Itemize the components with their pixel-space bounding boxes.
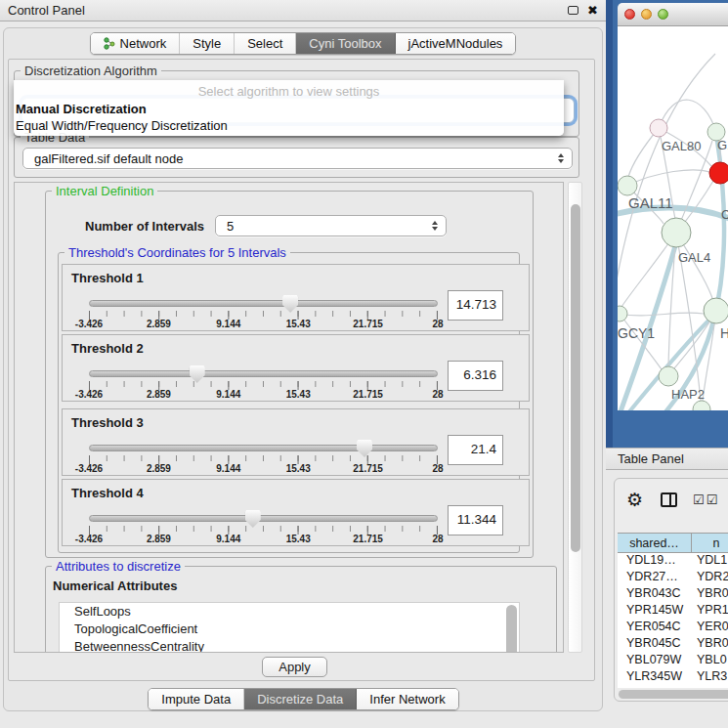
threshold-3-value-field[interactable]: 21.4 bbox=[448, 435, 503, 465]
close-icon[interactable]: ✖ bbox=[587, 4, 598, 17]
tab-jactivemnodules[interactable]: jActiveMNodules bbox=[396, 33, 516, 54]
node-label-gal4: GAL4 bbox=[678, 250, 710, 265]
node-pink bbox=[650, 119, 667, 137]
tab-infer-network[interactable]: Infer Network bbox=[357, 689, 457, 709]
table-row[interactable]: YDR27… YDR2 bbox=[618, 570, 728, 586]
threshold-1-label: Threshold 1 bbox=[71, 271, 144, 285]
numerical-attributes-list: SelfLoopsTopologicalCoefficientBetweenne… bbox=[59, 602, 520, 653]
node-label-partial: H bbox=[720, 325, 728, 341]
threshold-1-slider[interactable] bbox=[89, 300, 438, 307]
number-of-intervals-label: Number of Intervals bbox=[85, 219, 204, 234]
threshold-2-row: Threshold 2 -3.4262.8599.14415.4321.7152… bbox=[62, 334, 530, 402]
attributes-group-title: Attributes to discretize bbox=[52, 559, 185, 574]
attribute-list-item[interactable]: BetweennessCentrality bbox=[60, 638, 519, 653]
threshold-2-value-field[interactable]: 6.316 bbox=[448, 361, 503, 391]
minimize-traffic-light[interactable] bbox=[641, 9, 652, 20]
column-header-name[interactable]: n bbox=[692, 534, 728, 552]
table-panel-titlebar: Table Panel bbox=[606, 448, 728, 470]
table-panel-toolbar: ⚙ ☑ ☑ bbox=[626, 491, 717, 509]
threshold-4-slider[interactable] bbox=[89, 515, 438, 522]
table-row[interactable]: YER054C YER0 bbox=[618, 620, 728, 636]
node-gal11 bbox=[618, 176, 637, 195]
close-traffic-light[interactable] bbox=[624, 9, 635, 20]
algorithm-popup: Select algorithm to view settings Manual… bbox=[14, 80, 564, 136]
network-view[interactable]: GAL80 G. GAL11 C GAL4 GCY1 H HAP2 bbox=[618, 26, 728, 410]
popup-option-manual-discretization[interactable]: Manual Discretization bbox=[14, 101, 564, 117]
node-label-hap2: HAP2 bbox=[671, 387, 705, 402]
table-data-group: Table Data galFiltered.sif default node bbox=[14, 137, 579, 178]
tab-select[interactable]: Select bbox=[235, 33, 296, 54]
combo-stepper-icon bbox=[558, 153, 564, 163]
attribute-list-item[interactable]: SelfLoops bbox=[60, 603, 519, 621]
threshold-3-label: Threshold 3 bbox=[71, 415, 144, 430]
threshold-4-row: Threshold 4 -3.4262.8599.14415.4321.7152… bbox=[62, 479, 530, 546]
tab-network-label: Network bbox=[120, 36, 167, 51]
node-red bbox=[709, 162, 728, 184]
table-row[interactable]: YIL052C YIL0 bbox=[618, 686, 728, 688]
slider-tick-labels: -3.4262.8599.14415.4321.71528 bbox=[89, 463, 438, 475]
attribute-list-item[interactable]: TopologicalCoefficient bbox=[60, 621, 519, 638]
settings-scrollbar[interactable] bbox=[568, 182, 582, 653]
node-label-partial: C bbox=[721, 207, 728, 222]
network-icon bbox=[104, 37, 115, 50]
slider-tick-labels: -3.4262.8599.14415.4321.71528 bbox=[89, 534, 438, 545]
tab-style[interactable]: Style bbox=[180, 33, 235, 54]
threshold-2-slider[interactable] bbox=[89, 370, 438, 377]
node-table: shared… n YDL19… YDL1 YDR27… YDR2 YBR043… bbox=[618, 533, 728, 688]
float-window-icon[interactable] bbox=[568, 6, 578, 15]
number-of-intervals-combobox[interactable]: 5 bbox=[215, 215, 447, 236]
tab-network[interactable]: Network bbox=[91, 33, 181, 54]
table-row[interactable]: YPR145W YPR1 bbox=[618, 603, 728, 620]
zoom-traffic-light[interactable] bbox=[658, 9, 668, 20]
table-row[interactable]: YLR345W YLR3 bbox=[618, 669, 728, 686]
threshold-4-value-field[interactable]: 11.344 bbox=[448, 505, 503, 535]
popup-option-equal-width-frequency[interactable]: Equal Width/Frequency Discretization bbox=[14, 117, 564, 134]
settings-scrollbar-thumb[interactable] bbox=[571, 204, 580, 552]
apply-button[interactable]: Apply bbox=[262, 657, 327, 677]
table-header-row: shared… n bbox=[618, 533, 728, 553]
tab-discretize-data[interactable]: Discretize Data bbox=[244, 689, 357, 709]
discretization-algorithm-title: Discretization Algorithm bbox=[21, 64, 161, 78]
control-panel-titlebar: Control Panel ✖ bbox=[0, 0, 606, 21]
interval-definition-title: Interval Definition bbox=[52, 184, 157, 198]
tab-impute-data[interactable]: Impute Data bbox=[149, 689, 244, 709]
threshold-3-row: Threshold 3 -3.4262.8599.14415.4321.7152… bbox=[62, 408, 530, 476]
table-rows: YDL19… YDL1 YDR27… YDR2 YBR043C YBR0 YPR… bbox=[618, 553, 728, 688]
table-row[interactable]: YBR045C YBR0 bbox=[618, 636, 728, 653]
thresholds-group: Threshold's Coordinates for 5 Intervals … bbox=[58, 252, 520, 553]
table-data-combobox[interactable]: galFiltered.sif default node bbox=[22, 148, 573, 169]
table-row[interactable]: YDL19… YDL1 bbox=[618, 553, 728, 570]
table-panel-title: Table Panel bbox=[618, 451, 684, 466]
columns-icon[interactable] bbox=[661, 492, 677, 507]
node-label-partial: G. bbox=[717, 138, 728, 152]
node-label-gcy1: GCY1 bbox=[618, 325, 655, 341]
settings-viewport: Interval Definition Number of Intervals … bbox=[14, 182, 564, 653]
thresholds-group-title: Threshold's Coordinates for 5 Intervals bbox=[64, 245, 290, 260]
slider-tick-labels: -3.4262.8599.14415.4321.71528 bbox=[89, 389, 438, 401]
algorithm-popup-prompt[interactable]: Select algorithm to view settings bbox=[14, 80, 564, 101]
table-panel-box: ⚙ ☑ ☑ shared… n YDL19… YDL1 YDR27… YDR2 … bbox=[614, 478, 728, 702]
threshold-4-label: Threshold 4 bbox=[71, 486, 144, 500]
threshold-1-row: Threshold 1 -3.4262.8599.14415.4321.7152… bbox=[62, 264, 530, 331]
threshold-2-label: Threshold 2 bbox=[71, 341, 144, 356]
node-label-gal80: GAL80 bbox=[662, 139, 701, 153]
table-row[interactable]: YBR043C YBR0 bbox=[618, 586, 728, 603]
gear-icon[interactable]: ⚙ bbox=[626, 491, 643, 509]
node-green bbox=[704, 298, 728, 323]
attributes-list-scrollbar[interactable] bbox=[506, 605, 517, 653]
threshold-3-slider[interactable] bbox=[89, 445, 438, 451]
node-green bbox=[693, 401, 710, 410]
column-header-shared-name[interactable]: shared… bbox=[618, 534, 692, 552]
node-hap2 bbox=[659, 366, 678, 386]
combo-stepper-icon bbox=[432, 221, 438, 231]
table-horizontal-scrollbar[interactable] bbox=[619, 690, 728, 700]
threshold-1-value-field[interactable]: 14.713 bbox=[448, 290, 503, 321]
control-panel-title: Control Panel bbox=[8, 3, 85, 18]
table-row[interactable]: YBL079W YBL0 bbox=[618, 653, 728, 669]
checkbox-icon[interactable]: ☑ bbox=[707, 493, 718, 506]
interval-definition-group: Interval Definition Number of Intervals … bbox=[45, 191, 534, 558]
tab-cyni-toolbox[interactable]: Cyni Toolbox bbox=[296, 33, 395, 54]
attributes-group: Attributes to discretize Numerical Attri… bbox=[45, 566, 557, 653]
checkbox-icon[interactable]: ☑ bbox=[693, 493, 705, 506]
control-panel-tabs: Network Style Select Cyni Toolbox jActiv… bbox=[0, 32, 606, 55]
